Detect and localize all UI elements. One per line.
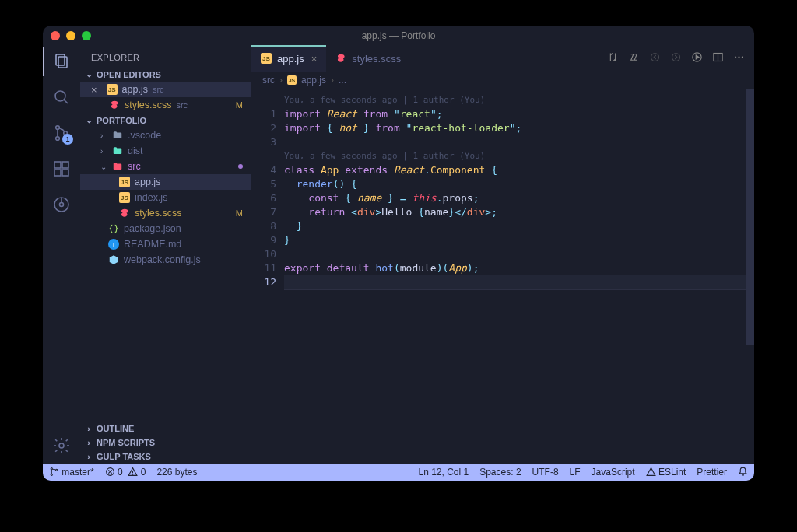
scss-file-icon bbox=[109, 100, 120, 110]
breadcrumb-item[interactable]: app.js bbox=[301, 75, 326, 86]
folder-icon bbox=[112, 161, 123, 172]
explorer-activity-icon[interactable] bbox=[51, 51, 72, 72]
more-actions-icon[interactable] bbox=[733, 51, 745, 65]
editor-toolbar bbox=[607, 45, 754, 72]
chevron-right-icon: › bbox=[85, 424, 93, 433]
svg-point-21 bbox=[742, 56, 743, 58]
gitlens-activity-icon[interactable] bbox=[51, 194, 72, 215]
svg-line-3 bbox=[64, 100, 68, 103]
tree-file[interactable]: JS index.js bbox=[80, 190, 251, 205]
tree-file[interactable]: i README.md bbox=[80, 236, 251, 252]
language-mode-status[interactable]: JavaScript bbox=[592, 467, 635, 478]
tree-file[interactable]: styles.scss M bbox=[80, 205, 251, 221]
svg-rect-8 bbox=[54, 170, 61, 176]
scss-file-icon bbox=[119, 208, 130, 219]
compare-changes-icon[interactable] bbox=[607, 51, 619, 65]
svg-point-29 bbox=[132, 474, 133, 474]
js-file-icon: JS bbox=[119, 192, 130, 203]
close-tab-icon[interactable]: × bbox=[311, 53, 318, 65]
extensions-activity-icon[interactable] bbox=[51, 159, 72, 179]
settings-activity-icon[interactable] bbox=[51, 436, 72, 456]
prettier-status[interactable]: Prettier bbox=[697, 467, 727, 478]
line-number-gutter: 123 456789 101112 bbox=[251, 89, 284, 464]
folder-name: .vscode bbox=[128, 130, 161, 141]
code-lens[interactable]: You, a few seconds ago | 1 author (You) bbox=[284, 93, 754, 107]
code-content[interactable]: You, a few seconds ago | 1 author (You) … bbox=[284, 89, 754, 464]
close-editor-icon[interactable]: × bbox=[91, 84, 97, 96]
activity-bar: 1 bbox=[43, 45, 80, 464]
outline-section[interactable]: › OUTLINE bbox=[80, 422, 251, 436]
git-branch-status[interactable]: master* bbox=[49, 467, 94, 478]
minimize-window-button[interactable] bbox=[66, 31, 75, 40]
js-file-icon: JS bbox=[119, 177, 130, 187]
tab-label: app.js bbox=[277, 53, 304, 65]
svg-point-20 bbox=[738, 56, 739, 58]
app-window: app.js — Portfolio 1 bbox=[43, 26, 754, 481]
code-lens[interactable]: You, a few seconds ago | 1 author (You) bbox=[284, 149, 754, 163]
cursor-position-status[interactable]: Ln 12, Col 1 bbox=[418, 467, 469, 478]
npm-scripts-section[interactable]: › NPM SCRIPTS bbox=[80, 436, 251, 450]
tab-app-js[interactable]: JS app.js × bbox=[251, 45, 326, 72]
breadcrumb-item[interactable]: src bbox=[262, 75, 275, 86]
chevron-right-icon: › bbox=[85, 452, 93, 461]
svg-rect-9 bbox=[62, 170, 68, 176]
tree-folder[interactable]: › dist bbox=[80, 143, 251, 159]
open-editor-item[interactable]: styles.scss src M bbox=[80, 97, 251, 113]
open-editors-section[interactable]: ⌄ OPEN EDITORS bbox=[80, 67, 251, 82]
next-change-icon[interactable] bbox=[670, 51, 682, 65]
open-changes-icon[interactable] bbox=[628, 51, 640, 65]
split-editor-icon[interactable] bbox=[712, 51, 724, 65]
notifications-icon[interactable] bbox=[738, 467, 748, 478]
file-name: app.js bbox=[122, 84, 148, 95]
search-activity-icon[interactable] bbox=[51, 87, 72, 107]
tree-file[interactable]: webpack.config.js bbox=[80, 252, 251, 268]
problems-status[interactable]: 0 0 bbox=[105, 467, 146, 478]
maximize-window-button[interactable] bbox=[82, 31, 91, 40]
svg-point-15 bbox=[672, 54, 680, 61]
svg-point-13 bbox=[59, 443, 64, 448]
chevron-right-icon: › bbox=[100, 131, 107, 140]
modified-dot-icon bbox=[238, 164, 243, 169]
folder-icon bbox=[112, 130, 123, 141]
tree-folder-src[interactable]: ⌄ src bbox=[80, 159, 251, 174]
code-editor[interactable]: 123 456789 101112 You, a few seconds ago… bbox=[251, 89, 754, 464]
portfolio-section[interactable]: ⌄ PORTFOLIO bbox=[80, 113, 251, 128]
folder-name: dist bbox=[128, 145, 142, 156]
svg-point-2 bbox=[55, 91, 65, 101]
previous-change-icon[interactable] bbox=[649, 51, 661, 65]
scm-badge: 1 bbox=[62, 134, 73, 145]
indentation-status[interactable]: Spaces: 2 bbox=[479, 467, 521, 478]
source-control-activity-icon[interactable]: 1 bbox=[51, 123, 72, 143]
run-icon[interactable] bbox=[691, 51, 703, 65]
folder-name: src bbox=[128, 161, 141, 172]
tree-folder[interactable]: › .vscode bbox=[80, 128, 251, 143]
open-editor-item[interactable]: × JS app.js src bbox=[80, 82, 251, 97]
file-size-status[interactable]: 226 bytes bbox=[156, 467, 197, 478]
webpack-file-icon bbox=[108, 254, 119, 265]
file-name: app.js bbox=[135, 177, 160, 187]
tree-file[interactable]: package.json bbox=[80, 221, 251, 236]
gulp-label: GULP TASKS bbox=[97, 452, 151, 461]
editor-group: JS app.js × styles.scss bbox=[251, 45, 754, 464]
chevron-down-icon: ⌄ bbox=[85, 69, 93, 79]
eslint-status[interactable]: ESLint bbox=[646, 467, 686, 478]
breadcrumb-item[interactable]: ... bbox=[339, 75, 346, 86]
svg-point-14 bbox=[651, 54, 659, 61]
status-bar: master* 0 0 226 bytes Ln 12, Col 1 Space… bbox=[43, 464, 754, 481]
encoding-status[interactable]: UTF-8 bbox=[532, 467, 559, 478]
tab-label: styles.scss bbox=[352, 53, 401, 65]
js-file-icon: JS bbox=[107, 84, 118, 95]
file-dir: src bbox=[153, 85, 164, 94]
breadcrumb[interactable]: src › JS app.js › ... bbox=[251, 72, 754, 89]
folder-icon bbox=[112, 145, 123, 156]
tab-styles-scss[interactable]: styles.scss bbox=[326, 45, 410, 72]
window-controls bbox=[51, 31, 91, 40]
editor-scrollbar[interactable] bbox=[746, 89, 754, 345]
svg-point-12 bbox=[60, 203, 64, 207]
chevron-down-icon: ⌄ bbox=[100, 163, 107, 171]
tree-file[interactable]: JS app.js bbox=[80, 174, 251, 190]
close-window-button[interactable] bbox=[51, 31, 60, 40]
gulp-tasks-section[interactable]: › GULP TASKS bbox=[80, 450, 251, 464]
file-name: styles.scss bbox=[135, 208, 181, 219]
eol-status[interactable]: LF bbox=[570, 467, 581, 478]
